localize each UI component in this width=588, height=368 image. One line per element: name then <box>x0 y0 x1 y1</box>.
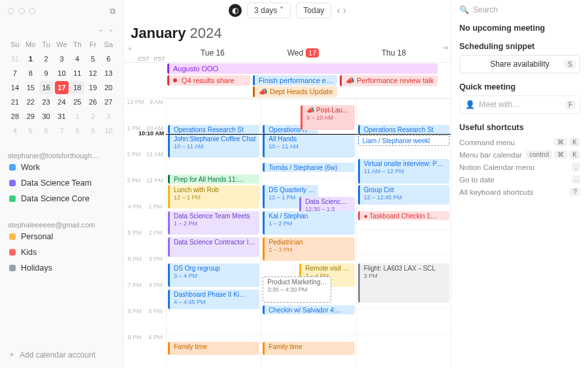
allday-event[interactable]: 📣 Dept Heads Update <box>253 86 337 97</box>
mini-day[interactable]: 11 <box>70 67 84 80</box>
event[interactable]: Checkin w/ Salvador 4:… <box>263 305 354 314</box>
mini-day[interactable]: 28 <box>8 110 22 123</box>
mini-day[interactable]: 1 <box>24 52 38 65</box>
allday-event[interactable]: Q4 results share <box>167 75 250 86</box>
mini-day[interactable]: 27 <box>101 95 116 109</box>
mini-day[interactable]: 30 <box>39 110 54 123</box>
calendar-item[interactable]: Holidays <box>8 260 116 276</box>
mini-day[interactable]: 8 <box>70 124 84 137</box>
day-col-wed[interactable]: Wed17 <box>258 43 349 62</box>
avatar[interactable]: ◐ <box>229 4 242 17</box>
calendar-item[interactable]: Data Science Core <box>8 191 116 207</box>
mini-day[interactable]: 25 <box>70 95 84 109</box>
mini-day[interactable]: 10 <box>55 67 69 80</box>
mini-day[interactable]: 24 <box>55 95 69 109</box>
mini-day[interactable]: 16 <box>39 81 54 94</box>
mini-day[interactable]: 3 <box>101 110 116 123</box>
event[interactable]: Data Science Contractor Intake: … <box>168 237 259 257</box>
day-column-wed[interactable]: Operations R📣 Post-Launch…9 – 10 AMAll H… <box>261 99 355 368</box>
event[interactable]: ● Taskboard Checkin 1… <box>358 211 449 220</box>
calendar-item[interactable]: Personal <box>8 229 116 244</box>
mini-day[interactable]: 13 <box>101 67 116 80</box>
minimize-icon[interactable] <box>18 8 25 14</box>
mini-day[interactable]: 31 <box>55 110 69 123</box>
mini-day[interactable]: 26 <box>86 95 100 109</box>
prev-icon[interactable]: ‹ <box>336 5 340 16</box>
timeline-grid[interactable]: 12 PM9 AM1 PM10 AM2 PM11 AM3 PM12 PM4 PM… <box>124 99 451 368</box>
event[interactable]: Operations Research St <box>168 125 259 134</box>
event[interactable]: John:Stephanie Coffee Chat10 – 11 AM <box>168 134 259 158</box>
mini-day[interactable]: 29 <box>24 110 38 123</box>
day-column-thu[interactable]: Operations Research StLiam / Stephanie w… <box>356 99 451 368</box>
add-account-button[interactable]: ＋ Add calendar account <box>8 349 116 360</box>
event[interactable]: Data Science Team Meets1 – 2 PM <box>168 211 259 235</box>
event[interactable]: Kai / Stephan1 – 2 PM <box>263 211 354 235</box>
mini-day[interactable]: 6 <box>39 124 54 137</box>
mini-day[interactable]: 4 <box>8 124 22 137</box>
event[interactable]: Lunch with Rob12 – 1 PM <box>168 185 259 209</box>
mini-day[interactable]: 1 <box>70 110 84 123</box>
chevron-down-icon[interactable]: ˅ <box>109 29 113 38</box>
mini-day[interactable]: 12 <box>86 67 100 80</box>
mini-day[interactable]: 4 <box>70 52 84 65</box>
event[interactable]: Product Marketing Q&A3:30 – 4:30 PM <box>263 276 331 303</box>
event[interactable]: All Hands10 – 11 AM <box>263 134 354 158</box>
shortcut-row[interactable]: Menu bar calendarcontrol⌘K <box>459 148 580 161</box>
event[interactable]: Flight: LA603 LAX→SCL3 PM <box>358 263 449 303</box>
mini-day[interactable]: 22 <box>24 95 38 109</box>
mini-day[interactable]: 5 <box>24 124 38 137</box>
mini-day[interactable]: 7 <box>8 67 22 80</box>
chevron-up-icon[interactable]: ˄ <box>99 29 103 38</box>
mini-day[interactable]: 21 <box>8 95 22 109</box>
day-col-tue[interactable]: Tue 16 <box>167 43 258 62</box>
mini-day[interactable]: 5 <box>86 52 100 65</box>
event[interactable]: 📣 Post-Launch…9 – 10 AM <box>301 105 354 130</box>
search-input[interactable]: 🔍 Search <box>459 5 580 14</box>
mini-day[interactable]: 2 <box>86 110 100 123</box>
mini-day[interactable]: 9 <box>86 124 100 137</box>
mini-day[interactable]: 18 <box>70 81 84 94</box>
event[interactable]: Dashboard Phase II Ki…4 – 4:45 PM <box>168 290 259 309</box>
allday-event[interactable]: Finish performance e… <box>253 75 337 86</box>
calendar-item[interactable]: Work <box>8 159 116 175</box>
shortcut-row[interactable]: Notion Calendar menu, <box>459 161 580 173</box>
event[interactable]: Family time <box>168 342 259 355</box>
mini-day[interactable]: 6 <box>101 52 116 65</box>
share-availability-button[interactable]: Share availability S <box>459 55 580 73</box>
event[interactable]: Operations Research St <box>358 125 449 134</box>
mini-day[interactable]: 31 <box>8 52 22 65</box>
next-icon[interactable]: › <box>343 5 346 16</box>
add-tz-left-icon[interactable]: ＋ <box>124 43 136 62</box>
close-icon[interactable] <box>8 8 14 14</box>
allday-event[interactable]: 📣 Performance review talk <box>340 75 438 86</box>
mini-day[interactable]: 19 <box>86 81 100 94</box>
mini-day[interactable]: 23 <box>39 95 54 109</box>
range-button[interactable]: 3 days ˅ <box>247 3 291 18</box>
calendar-item[interactable]: Kids <box>8 244 116 260</box>
mini-day[interactable]: 7 <box>55 124 69 137</box>
day-col-thu[interactable]: Thu 18 <box>348 43 439 62</box>
shortcut-row[interactable]: Go to date. <box>459 173 580 186</box>
shortcut-row[interactable]: All keyboard shortcuts? <box>459 186 580 198</box>
maximize-icon[interactable] <box>29 8 35 14</box>
event[interactable]: Liam / Stephanie weekl <box>358 135 449 146</box>
mini-day[interactable]: 2 <box>39 52 54 65</box>
mini-day[interactable]: 9 <box>39 67 54 80</box>
event[interactable]: Virtual onsite interview: Pedro …11 AM –… <box>358 159 449 184</box>
sidebar-toggle-icon[interactable]: ⧉ <box>110 7 116 16</box>
calendar-item[interactable]: Data Science Team <box>8 175 116 191</box>
add-tz-right-icon[interactable]: ⇥ <box>439 43 451 62</box>
mini-day[interactable]: 20 <box>101 81 116 94</box>
mini-day[interactable]: 17 <box>55 81 69 94</box>
mini-day[interactable]: 14 <box>8 81 22 94</box>
mini-day[interactable]: 10 <box>101 124 116 137</box>
event[interactable]: DS Org regroup3 – 4 PM <box>168 263 259 287</box>
meet-with-input[interactable]: 👤 Meet with… F <box>459 95 580 114</box>
day-column-tue[interactable]: Operations Research StJohn:Stephanie Cof… <box>166 99 261 368</box>
mini-day[interactable]: 15 <box>24 81 38 94</box>
mini-day[interactable]: 8 <box>24 67 38 80</box>
mini-day[interactable]: 3 <box>55 52 69 65</box>
event[interactable]: Prep for All Hands 11:… <box>168 175 259 184</box>
event[interactable]: Group Crit12 – 12:45 PM <box>358 185 449 205</box>
event[interactable]: Family time <box>263 342 354 355</box>
